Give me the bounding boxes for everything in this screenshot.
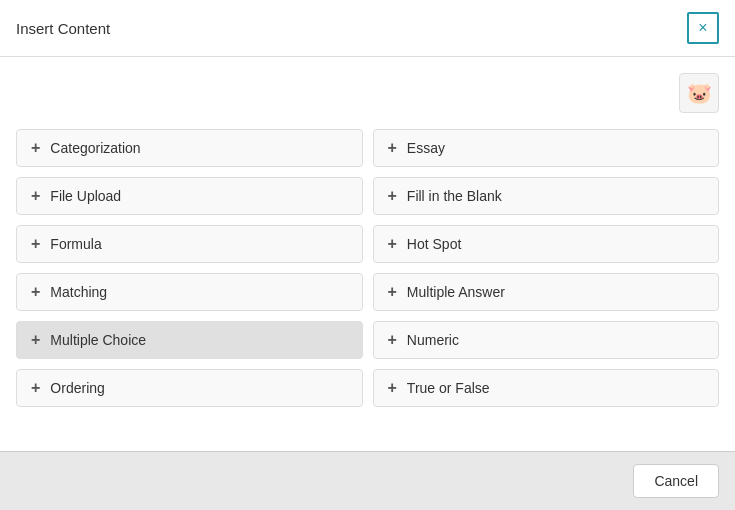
cancel-button[interactable]: Cancel [633, 464, 719, 498]
item-matching[interactable]: + Matching [16, 273, 363, 311]
item-label: Multiple Answer [407, 284, 505, 300]
item-file-upload[interactable]: + File Upload [16, 177, 363, 215]
content-grid: + Categorization + Essay + File Upload +… [16, 129, 719, 407]
item-essay[interactable]: + Essay [373, 129, 720, 167]
plus-icon: + [388, 284, 397, 300]
modal-title: Insert Content [16, 20, 110, 37]
item-true-false[interactable]: + True or False [373, 369, 720, 407]
item-multiple-choice[interactable]: + Multiple Choice [16, 321, 363, 359]
item-label: Fill in the Blank [407, 188, 502, 204]
item-ordering[interactable]: + Ordering [16, 369, 363, 407]
item-label: Matching [50, 284, 107, 300]
item-label: Hot Spot [407, 236, 461, 252]
plus-icon: + [31, 380, 40, 396]
plus-icon: + [31, 332, 40, 348]
item-label: Essay [407, 140, 445, 156]
piggy-bank-icon: 🐷 [687, 81, 712, 105]
item-multiple-answer[interactable]: + Multiple Answer [373, 273, 720, 311]
item-label: File Upload [50, 188, 121, 204]
plus-icon: + [31, 140, 40, 156]
plus-icon: + [388, 140, 397, 156]
modal-footer: Cancel [0, 451, 735, 510]
item-fill-blank[interactable]: + Fill in the Blank [373, 177, 720, 215]
item-hot-spot[interactable]: + Hot Spot [373, 225, 720, 263]
plus-icon: + [388, 236, 397, 252]
modal-header: Insert Content × [0, 0, 735, 57]
plus-icon: + [31, 236, 40, 252]
icon-row: 🐷 [16, 73, 719, 113]
plus-icon: + [31, 188, 40, 204]
plus-icon: + [388, 380, 397, 396]
plus-icon: + [388, 332, 397, 348]
plus-icon: + [31, 284, 40, 300]
piggy-bank-button[interactable]: 🐷 [679, 73, 719, 113]
item-numeric[interactable]: + Numeric [373, 321, 720, 359]
item-label: True or False [407, 380, 490, 396]
modal-body: 🐷 + Categorization + Essay + File Upload… [0, 57, 735, 451]
item-label: Numeric [407, 332, 459, 348]
plus-icon: + [388, 188, 397, 204]
insert-content-modal: Insert Content × 🐷 + Categorization + Es… [0, 0, 735, 510]
item-label: Multiple Choice [50, 332, 146, 348]
item-label: Ordering [50, 380, 104, 396]
item-categorization[interactable]: + Categorization [16, 129, 363, 167]
close-button[interactable]: × [687, 12, 719, 44]
item-label: Categorization [50, 140, 140, 156]
item-formula[interactable]: + Formula [16, 225, 363, 263]
item-label: Formula [50, 236, 101, 252]
